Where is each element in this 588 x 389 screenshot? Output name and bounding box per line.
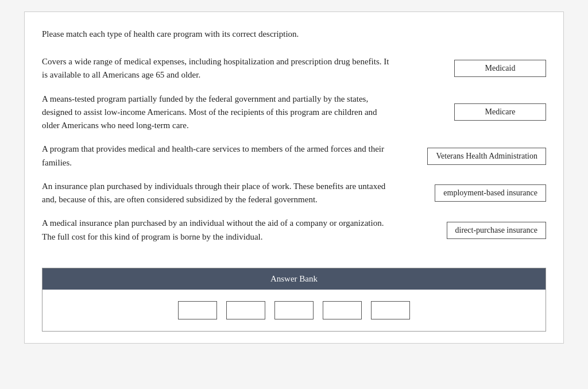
answer-slot-2: Medicare [420, 103, 546, 121]
bank-slot-1[interactable] [178, 301, 217, 319]
answer-box-3[interactable]: Veterans Health Administration [427, 148, 546, 165]
instructions-text: Please match each type of health care pr… [42, 29, 546, 39]
bank-slot-5[interactable] [371, 301, 410, 319]
match-row-2: A means-tested program partially funded … [42, 93, 546, 133]
answer-slot-1: Medicaid [420, 60, 546, 77]
description-1: Covers a wide range of medical expenses,… [42, 55, 420, 82]
page-container: Please match each type of health care pr… [24, 11, 564, 344]
matching-area: Covers a wide range of medical expenses,… [42, 55, 546, 254]
bank-slot-4[interactable] [323, 301, 362, 319]
answer-slot-4: employment-based insurance [420, 184, 546, 202]
answer-box-1[interactable]: Medicaid [454, 60, 546, 77]
answer-box-2[interactable]: Medicare [454, 103, 546, 121]
answer-box-5[interactable]: direct-purchase insurance [447, 222, 546, 239]
answer-bank-section: Answer Bank [42, 268, 546, 332]
bank-slot-3[interactable] [274, 301, 314, 319]
answer-slot-3: Veterans Health Administration [420, 148, 546, 165]
match-row-4: An insurance plan purchased by individua… [42, 180, 546, 207]
match-row-1: Covers a wide range of medical expenses,… [42, 55, 546, 82]
match-row-3: A program that provides medical and heal… [42, 142, 546, 170]
description-4: An insurance plan purchased by individua… [42, 180, 420, 207]
description-3: A program that provides medical and heal… [42, 142, 420, 170]
answer-box-4[interactable]: employment-based insurance [435, 184, 546, 202]
description-2: A means-tested program partially funded … [42, 93, 420, 133]
description-5: A medical insurance plan purchased by an… [42, 217, 420, 244]
answer-slot-5: direct-purchase insurance [420, 222, 546, 239]
answer-bank-body [42, 290, 546, 331]
bank-slot-2[interactable] [226, 301, 265, 319]
match-row-5: A medical insurance plan purchased by an… [42, 217, 546, 244]
answer-bank-header: Answer Bank [42, 268, 546, 290]
